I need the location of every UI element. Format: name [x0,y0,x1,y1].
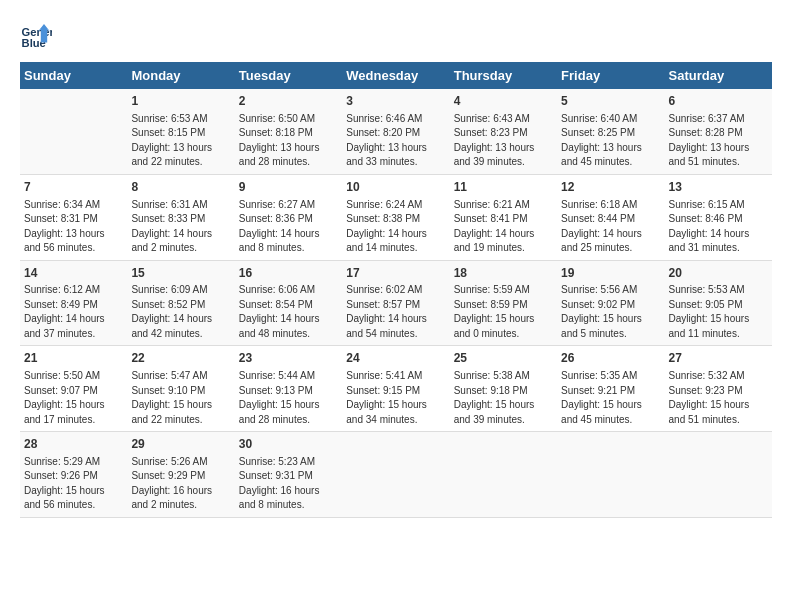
day-number: 17 [346,265,445,282]
day-number: 8 [131,179,230,196]
cell-3-6: 19Sunrise: 5:56 AM Sunset: 9:02 PM Dayli… [557,260,664,346]
day-number: 25 [454,350,553,367]
day-number: 7 [24,179,123,196]
week-row-1: 1Sunrise: 6:53 AM Sunset: 8:15 PM Daylig… [20,89,772,174]
day-number: 2 [239,93,338,110]
cell-3-7: 20Sunrise: 5:53 AM Sunset: 9:05 PM Dayli… [665,260,772,346]
cell-content: Sunrise: 5:41 AM Sunset: 9:15 PM Dayligh… [346,369,445,427]
cell-2-3: 9Sunrise: 6:27 AM Sunset: 8:36 PM Daylig… [235,174,342,260]
day-number: 30 [239,436,338,453]
week-row-5: 28Sunrise: 5:29 AM Sunset: 9:26 PM Dayli… [20,432,772,518]
day-number: 11 [454,179,553,196]
day-number: 28 [24,436,123,453]
cell-content: Sunrise: 6:53 AM Sunset: 8:15 PM Dayligh… [131,112,230,170]
cell-3-4: 17Sunrise: 6:02 AM Sunset: 8:57 PM Dayli… [342,260,449,346]
day-number: 4 [454,93,553,110]
cell-content: Sunrise: 6:34 AM Sunset: 8:31 PM Dayligh… [24,198,123,256]
day-number: 24 [346,350,445,367]
day-number: 6 [669,93,768,110]
day-number: 18 [454,265,553,282]
header: General Blue [20,20,772,52]
column-header-saturday: Saturday [665,62,772,89]
cell-4-6: 26Sunrise: 5:35 AM Sunset: 9:21 PM Dayli… [557,346,664,432]
svg-text:General: General [22,26,52,38]
cell-content: Sunrise: 6:18 AM Sunset: 8:44 PM Dayligh… [561,198,660,256]
column-header-tuesday: Tuesday [235,62,342,89]
column-header-wednesday: Wednesday [342,62,449,89]
day-number: 16 [239,265,338,282]
cell-content: Sunrise: 5:53 AM Sunset: 9:05 PM Dayligh… [669,283,768,341]
week-row-3: 14Sunrise: 6:12 AM Sunset: 8:49 PM Dayli… [20,260,772,346]
cell-4-7: 27Sunrise: 5:32 AM Sunset: 9:23 PM Dayli… [665,346,772,432]
cell-2-4: 10Sunrise: 6:24 AM Sunset: 8:38 PM Dayli… [342,174,449,260]
column-header-thursday: Thursday [450,62,557,89]
cell-content: Sunrise: 5:44 AM Sunset: 9:13 PM Dayligh… [239,369,338,427]
cell-content: Sunrise: 5:29 AM Sunset: 9:26 PM Dayligh… [24,455,123,513]
header-row: SundayMondayTuesdayWednesdayThursdayFrid… [20,62,772,89]
cell-content: Sunrise: 5:56 AM Sunset: 9:02 PM Dayligh… [561,283,660,341]
cell-1-3: 2Sunrise: 6:50 AM Sunset: 8:18 PM Daylig… [235,89,342,174]
cell-3-1: 14Sunrise: 6:12 AM Sunset: 8:49 PM Dayli… [20,260,127,346]
cell-2-5: 11Sunrise: 6:21 AM Sunset: 8:41 PM Dayli… [450,174,557,260]
day-number: 20 [669,265,768,282]
cell-content: Sunrise: 6:27 AM Sunset: 8:36 PM Dayligh… [239,198,338,256]
cell-content: Sunrise: 6:31 AM Sunset: 8:33 PM Dayligh… [131,198,230,256]
cell-4-1: 21Sunrise: 5:50 AM Sunset: 9:07 PM Dayli… [20,346,127,432]
calendar-table: SundayMondayTuesdayWednesdayThursdayFrid… [20,62,772,518]
logo-icon: General Blue [20,20,52,52]
cell-content: Sunrise: 5:26 AM Sunset: 9:29 PM Dayligh… [131,455,230,513]
day-number: 22 [131,350,230,367]
day-number: 29 [131,436,230,453]
cell-1-1 [20,89,127,174]
cell-3-2: 15Sunrise: 6:09 AM Sunset: 8:52 PM Dayli… [127,260,234,346]
cell-5-1: 28Sunrise: 5:29 AM Sunset: 9:26 PM Dayli… [20,432,127,518]
cell-content: Sunrise: 6:43 AM Sunset: 8:23 PM Dayligh… [454,112,553,170]
cell-content: Sunrise: 5:23 AM Sunset: 9:31 PM Dayligh… [239,455,338,513]
cell-2-7: 13Sunrise: 6:15 AM Sunset: 8:46 PM Dayli… [665,174,772,260]
cell-content: Sunrise: 6:02 AM Sunset: 8:57 PM Dayligh… [346,283,445,341]
cell-content: Sunrise: 5:38 AM Sunset: 9:18 PM Dayligh… [454,369,553,427]
cell-2-6: 12Sunrise: 6:18 AM Sunset: 8:44 PM Dayli… [557,174,664,260]
cell-content: Sunrise: 6:15 AM Sunset: 8:46 PM Dayligh… [669,198,768,256]
cell-4-2: 22Sunrise: 5:47 AM Sunset: 9:10 PM Dayli… [127,346,234,432]
column-header-friday: Friday [557,62,664,89]
cell-4-4: 24Sunrise: 5:41 AM Sunset: 9:15 PM Dayli… [342,346,449,432]
cell-content: Sunrise: 6:24 AM Sunset: 8:38 PM Dayligh… [346,198,445,256]
cell-content: Sunrise: 6:46 AM Sunset: 8:20 PM Dayligh… [346,112,445,170]
day-number: 15 [131,265,230,282]
cell-5-6 [557,432,664,518]
column-header-sunday: Sunday [20,62,127,89]
day-number: 10 [346,179,445,196]
day-number: 23 [239,350,338,367]
cell-1-6: 5Sunrise: 6:40 AM Sunset: 8:25 PM Daylig… [557,89,664,174]
cell-4-5: 25Sunrise: 5:38 AM Sunset: 9:18 PM Dayli… [450,346,557,432]
day-number: 13 [669,179,768,196]
cell-content: Sunrise: 5:59 AM Sunset: 8:59 PM Dayligh… [454,283,553,341]
cell-content: Sunrise: 6:50 AM Sunset: 8:18 PM Dayligh… [239,112,338,170]
day-number: 26 [561,350,660,367]
cell-content: Sunrise: 6:21 AM Sunset: 8:41 PM Dayligh… [454,198,553,256]
day-number: 9 [239,179,338,196]
day-number: 14 [24,265,123,282]
logo: General Blue [20,20,56,52]
cell-1-7: 6Sunrise: 6:37 AM Sunset: 8:28 PM Daylig… [665,89,772,174]
cell-5-4 [342,432,449,518]
day-number: 1 [131,93,230,110]
cell-content: Sunrise: 5:47 AM Sunset: 9:10 PM Dayligh… [131,369,230,427]
cell-5-5 [450,432,557,518]
cell-5-2: 29Sunrise: 5:26 AM Sunset: 9:29 PM Dayli… [127,432,234,518]
cell-content: Sunrise: 6:06 AM Sunset: 8:54 PM Dayligh… [239,283,338,341]
cell-content: Sunrise: 6:09 AM Sunset: 8:52 PM Dayligh… [131,283,230,341]
cell-content: Sunrise: 5:50 AM Sunset: 9:07 PM Dayligh… [24,369,123,427]
day-number: 12 [561,179,660,196]
day-number: 3 [346,93,445,110]
cell-content: Sunrise: 5:35 AM Sunset: 9:21 PM Dayligh… [561,369,660,427]
cell-4-3: 23Sunrise: 5:44 AM Sunset: 9:13 PM Dayli… [235,346,342,432]
cell-3-5: 18Sunrise: 5:59 AM Sunset: 8:59 PM Dayli… [450,260,557,346]
day-number: 21 [24,350,123,367]
week-row-4: 21Sunrise: 5:50 AM Sunset: 9:07 PM Dayli… [20,346,772,432]
cell-5-7 [665,432,772,518]
cell-content: Sunrise: 6:40 AM Sunset: 8:25 PM Dayligh… [561,112,660,170]
cell-1-4: 3Sunrise: 6:46 AM Sunset: 8:20 PM Daylig… [342,89,449,174]
cell-2-2: 8Sunrise: 6:31 AM Sunset: 8:33 PM Daylig… [127,174,234,260]
